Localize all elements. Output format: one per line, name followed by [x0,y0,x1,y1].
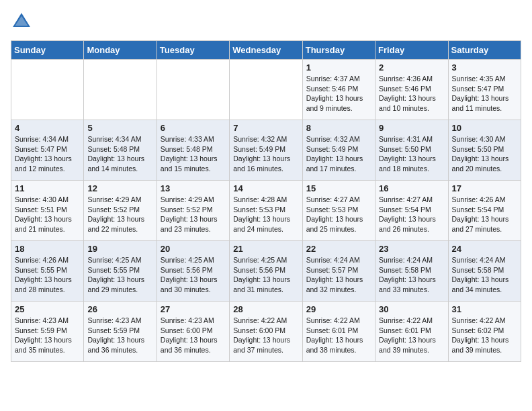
day-number: 27 [161,304,226,314]
calendar-cell: 15Sunrise: 4:27 AM Sunset: 5:53 PM Dayli… [302,181,375,241]
day-info: Sunrise: 4:22 AM Sunset: 6:02 PM Dayligh… [452,316,517,355]
calendar-cell: 10Sunrise: 4:30 AM Sunset: 5:50 PM Dayli… [448,120,521,181]
day-number: 16 [379,183,444,193]
calendar-cell: 27Sunrise: 4:23 AM Sunset: 6:00 PM Dayli… [157,302,229,362]
calendar-cell: 1Sunrise: 4:37 AM Sunset: 5:46 PM Daylig… [302,60,375,120]
day-number: 14 [233,183,298,193]
day-number: 12 [87,183,152,193]
calendar-cell: 4Sunrise: 4:34 AM Sunset: 5:47 PM Daylig… [11,120,84,181]
weekday-header: Thursday [302,41,375,60]
day-info: Sunrise: 4:23 AM Sunset: 5:59 PM Dayligh… [15,316,80,355]
calendar-cell: 8Sunrise: 4:32 AM Sunset: 5:49 PM Daylig… [302,120,375,181]
calendar-cell: 29Sunrise: 4:22 AM Sunset: 6:01 PM Dayli… [302,302,375,362]
calendar-cell: 16Sunrise: 4:27 AM Sunset: 5:54 PM Dayli… [375,181,448,241]
calendar-cell [157,60,229,120]
day-number: 6 [161,123,226,133]
day-info: Sunrise: 4:25 AM Sunset: 5:56 PM Dayligh… [233,255,298,295]
day-info: Sunrise: 4:22 AM Sunset: 6:00 PM Dayligh… [233,316,298,355]
calendar-cell: 7Sunrise: 4:32 AM Sunset: 5:49 PM Daylig… [230,120,302,181]
calendar-cell: 11Sunrise: 4:30 AM Sunset: 5:51 PM Dayli… [11,181,84,241]
day-info: Sunrise: 4:34 AM Sunset: 5:48 PM Dayligh… [87,134,152,174]
weekday-header: Friday [375,41,448,60]
weekday-header: Saturday [448,41,521,60]
page-header [11,11,521,32]
day-info: Sunrise: 4:24 AM Sunset: 5:58 PM Dayligh… [452,255,517,295]
day-number: 5 [87,123,152,133]
day-info: Sunrise: 4:25 AM Sunset: 5:56 PM Dayligh… [161,255,226,295]
calendar-cell: 17Sunrise: 4:26 AM Sunset: 5:54 PM Dayli… [448,181,521,241]
weekday-header: Monday [84,41,157,60]
calendar-cell: 9Sunrise: 4:31 AM Sunset: 5:50 PM Daylig… [375,120,448,181]
day-info: Sunrise: 4:33 AM Sunset: 5:48 PM Dayligh… [161,134,226,174]
calendar-cell [11,60,84,120]
day-number: 28 [233,304,298,314]
day-info: Sunrise: 4:30 AM Sunset: 5:50 PM Dayligh… [452,134,517,174]
day-info: Sunrise: 4:30 AM Sunset: 5:51 PM Dayligh… [15,195,80,234]
day-number: 31 [452,304,517,314]
day-info: Sunrise: 4:27 AM Sunset: 5:53 PM Dayligh… [306,195,371,234]
calendar-cell [84,60,157,120]
calendar-cell: 28Sunrise: 4:22 AM Sunset: 6:00 PM Dayli… [230,302,302,362]
day-info: Sunrise: 4:32 AM Sunset: 5:49 PM Dayligh… [306,134,371,174]
calendar-cell: 20Sunrise: 4:25 AM Sunset: 5:56 PM Dayli… [157,241,229,302]
logo-icon [11,11,32,32]
day-info: Sunrise: 4:37 AM Sunset: 5:46 PM Dayligh… [306,74,371,113]
calendar-table: SundayMondayTuesdayWednesdayThursdayFrid… [11,40,521,362]
day-number: 18 [15,244,80,254]
day-info: Sunrise: 4:35 AM Sunset: 5:47 PM Dayligh… [452,74,517,113]
day-number: 10 [452,123,517,133]
calendar-cell: 31Sunrise: 4:22 AM Sunset: 6:02 PM Dayli… [448,302,521,362]
day-number: 9 [379,123,444,133]
weekday-header: Tuesday [157,41,229,60]
day-number: 19 [87,244,152,254]
calendar-cell: 21Sunrise: 4:25 AM Sunset: 5:56 PM Dayli… [230,241,302,302]
day-number: 21 [233,244,298,254]
calendar-cell: 19Sunrise: 4:25 AM Sunset: 5:55 PM Dayli… [84,241,157,302]
day-info: Sunrise: 4:32 AM Sunset: 5:49 PM Dayligh… [233,134,298,174]
day-info: Sunrise: 4:36 AM Sunset: 5:46 PM Dayligh… [379,74,444,113]
calendar-cell: 13Sunrise: 4:29 AM Sunset: 5:52 PM Dayli… [157,181,229,241]
calendar-cell: 18Sunrise: 4:26 AM Sunset: 5:55 PM Dayli… [11,241,84,302]
day-number: 20 [161,244,226,254]
day-number: 26 [87,304,152,314]
weekday-header: Sunday [11,41,84,60]
calendar-cell: 22Sunrise: 4:24 AM Sunset: 5:57 PM Dayli… [302,241,375,302]
calendar-cell: 14Sunrise: 4:28 AM Sunset: 5:53 PM Dayli… [230,181,302,241]
day-info: Sunrise: 4:26 AM Sunset: 5:55 PM Dayligh… [15,255,80,295]
day-number: 15 [306,183,371,193]
day-number: 1 [306,62,371,73]
calendar-cell: 6Sunrise: 4:33 AM Sunset: 5:48 PM Daylig… [157,120,229,181]
calendar-cell: 3Sunrise: 4:35 AM Sunset: 5:47 PM Daylig… [448,60,521,120]
day-info: Sunrise: 4:31 AM Sunset: 5:50 PM Dayligh… [379,134,444,174]
calendar-cell: 2Sunrise: 4:36 AM Sunset: 5:46 PM Daylig… [375,60,448,120]
day-info: Sunrise: 4:26 AM Sunset: 5:54 PM Dayligh… [452,195,517,234]
day-info: Sunrise: 4:23 AM Sunset: 6:00 PM Dayligh… [161,316,226,355]
day-info: Sunrise: 4:22 AM Sunset: 6:01 PM Dayligh… [306,316,371,355]
calendar-cell: 24Sunrise: 4:24 AM Sunset: 5:58 PM Dayli… [448,241,521,302]
day-info: Sunrise: 4:29 AM Sunset: 5:52 PM Dayligh… [87,195,152,234]
day-number: 3 [452,62,517,73]
day-info: Sunrise: 4:24 AM Sunset: 5:57 PM Dayligh… [306,255,371,295]
day-number: 13 [161,183,226,193]
day-info: Sunrise: 4:34 AM Sunset: 5:47 PM Dayligh… [15,134,80,174]
day-info: Sunrise: 4:28 AM Sunset: 5:53 PM Dayligh… [233,195,298,234]
logo [11,11,35,32]
calendar-cell: 12Sunrise: 4:29 AM Sunset: 5:52 PM Dayli… [84,181,157,241]
day-number: 24 [452,244,517,254]
day-number: 29 [306,304,371,314]
calendar-cell: 26Sunrise: 4:23 AM Sunset: 5:59 PM Dayli… [84,302,157,362]
day-number: 7 [233,123,298,133]
calendar-cell: 30Sunrise: 4:22 AM Sunset: 6:01 PM Dayli… [375,302,448,362]
day-number: 22 [306,244,371,254]
day-number: 11 [15,183,80,193]
day-number: 25 [15,304,80,314]
day-info: Sunrise: 4:24 AM Sunset: 5:58 PM Dayligh… [379,255,444,295]
day-info: Sunrise: 4:23 AM Sunset: 5:59 PM Dayligh… [87,316,152,355]
day-info: Sunrise: 4:25 AM Sunset: 5:55 PM Dayligh… [87,255,152,295]
day-number: 23 [379,244,444,254]
calendar-cell: 23Sunrise: 4:24 AM Sunset: 5:58 PM Dayli… [375,241,448,302]
day-number: 8 [306,123,371,133]
day-number: 4 [15,123,80,133]
calendar-cell: 5Sunrise: 4:34 AM Sunset: 5:48 PM Daylig… [84,120,157,181]
day-number: 17 [452,183,517,193]
